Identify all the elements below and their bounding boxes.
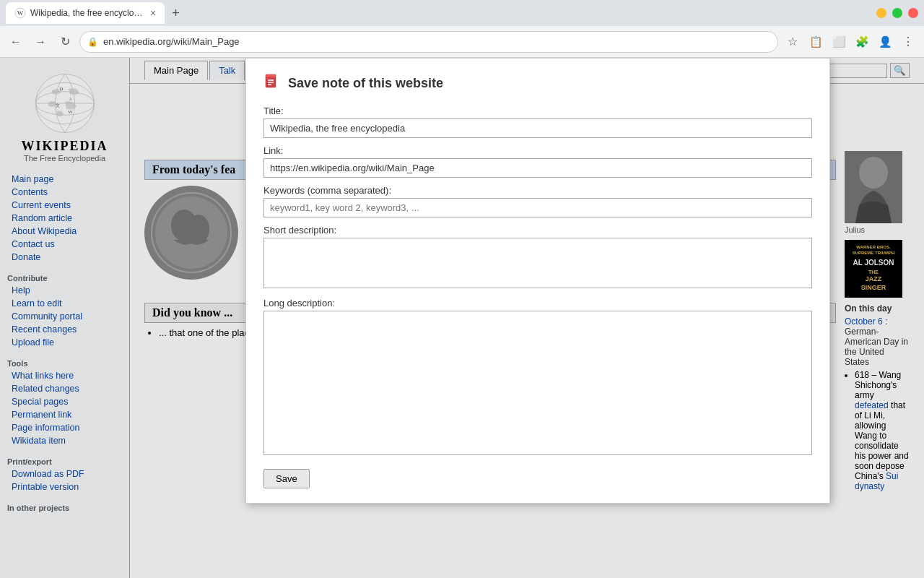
svg-text:W: W: [17, 9, 24, 17]
popup-keywords-label: Keywords (comma separated):: [263, 185, 812, 196]
cast-button[interactable]: ⬜: [829, 32, 849, 52]
popup-note-icon: [263, 73, 281, 94]
bookmark-button[interactable]: ☆: [783, 32, 803, 52]
lock-icon: 🔒: [87, 37, 98, 47]
popup-long-desc-label: Long description:: [263, 298, 812, 309]
extensions-button[interactable]: 🧩: [852, 32, 872, 52]
maximize-button[interactable]: [892, 8, 902, 18]
popup-long-desc-input[interactable]: [263, 311, 812, 455]
browser-toolbar: ← → ↻ 🔒 en.wikipedia.org/wiki/Main_Page …: [0, 26, 924, 58]
popup-link-input[interactable]: [263, 158, 812, 178]
tab-favicon: W: [14, 7, 26, 19]
popup-short-desc-label: Short description:: [263, 225, 812, 236]
close-tab-button[interactable]: ×: [150, 7, 156, 19]
close-window-button[interactable]: [908, 8, 918, 18]
popup-short-desc-field: Short description:: [263, 225, 812, 290]
page-area: Ω λ 文 W WIKIPEDIA The Free Encyclopedia …: [0, 58, 924, 578]
refresh-button[interactable]: ↻: [55, 32, 75, 52]
notes-button[interactable]: 📋: [806, 32, 826, 52]
popup-link-field: Link:: [263, 145, 812, 178]
popup-header: Save note of this website: [263, 73, 812, 94]
popup-short-desc-input[interactable]: [263, 238, 812, 288]
save-note-popup: Save note of this website Title: Link: K…: [245, 58, 830, 504]
popup-title: Save note of this website: [288, 76, 443, 91]
profile-button[interactable]: 👤: [875, 32, 895, 52]
popup-long-desc-field: Long description:: [263, 298, 812, 457]
toolbar-right: ☆ 📋 ⬜ 🧩 👤 ⋮: [783, 32, 918, 52]
minimize-button[interactable]: [876, 8, 886, 18]
popup-save-button[interactable]: Save: [263, 469, 310, 488]
popup-link-label: Link:: [263, 145, 812, 156]
popup-keywords-field: Keywords (comma separated):: [263, 185, 812, 217]
back-button[interactable]: ←: [6, 32, 26, 52]
popup-title-label: Title:: [263, 105, 812, 116]
menu-button[interactable]: ⋮: [898, 32, 918, 52]
address-text: en.wikipedia.org/wiki/Main_Page: [103, 36, 240, 47]
popup-title-input[interactable]: [263, 118, 812, 138]
forward-button[interactable]: →: [30, 32, 51, 52]
new-tab-button[interactable]: +: [166, 3, 186, 24]
tab-bar: W Wikipedia, the free encyclopedia × +: [6, 2, 186, 24]
popup-title-field: Title:: [263, 105, 812, 138]
active-tab[interactable]: W Wikipedia, the free encyclopedia ×: [6, 2, 165, 24]
svg-rect-18: [266, 74, 276, 77]
popup-keywords-input[interactable]: [263, 198, 812, 217]
address-bar[interactable]: 🔒 en.wikipedia.org/wiki/Main_Page: [79, 31, 778, 53]
tab-title: Wikipedia, the free encyclopedia: [30, 8, 146, 18]
browser-titlebar: W Wikipedia, the free encyclopedia × +: [0, 0, 924, 26]
